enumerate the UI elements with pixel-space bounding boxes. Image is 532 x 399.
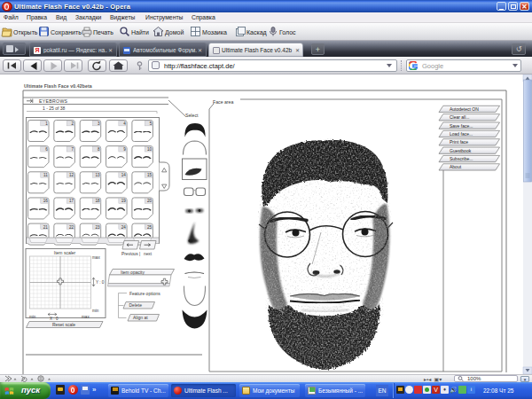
svg-text:max: max <box>82 315 90 319</box>
svg-text:Item scaler: Item scaler <box>54 250 76 255</box>
svg-text:Delete: Delete <box>129 302 143 308</box>
svg-text:21: 21 <box>43 225 49 230</box>
svg-text:Print face: Print face <box>450 139 468 145</box>
svg-text:|: | <box>139 252 140 256</box>
svg-text:1: 1 <box>45 121 48 126</box>
svg-text:3: 3 <box>98 121 100 126</box>
svg-text:Previous: Previous <box>121 252 138 256</box>
svg-text:Subscribe...: Subscribe... <box>450 156 473 161</box>
svg-text:min: min <box>92 309 99 313</box>
svg-text:20: 20 <box>147 199 153 203</box>
svg-text:17: 17 <box>69 199 74 203</box>
svg-text:16: 16 <box>43 199 49 203</box>
svg-text:Guestbook: Guestbook <box>450 148 472 153</box>
svg-text:Save face...: Save face... <box>450 123 473 129</box>
svg-text:19: 19 <box>121 199 127 203</box>
svg-text:6: 6 <box>45 147 48 152</box>
svg-text:23: 23 <box>95 225 100 230</box>
svg-text:10: 10 <box>147 147 153 152</box>
svg-text:Autodetect ON: Autodetect ON <box>450 106 479 112</box>
svg-text:Reset scale: Reset scale <box>52 322 75 327</box>
svg-text:next: next <box>144 252 153 256</box>
svg-text:18: 18 <box>95 199 100 203</box>
svg-text:max: max <box>92 255 100 260</box>
svg-text:13: 13 <box>95 173 100 177</box>
svg-text:11: 11 <box>43 173 48 177</box>
svg-text:X : 0: X : 0 <box>50 317 59 321</box>
svg-text:Clear all...: Clear all... <box>450 114 470 120</box>
svg-text:Face area: Face area <box>213 99 233 105</box>
svg-text:9: 9 <box>123 147 126 152</box>
svg-text:Feature options: Feature options <box>129 291 160 296</box>
svg-text:14: 14 <box>121 173 127 177</box>
svg-text:Item opacity: Item opacity <box>121 270 145 275</box>
svg-text:Align at: Align at <box>133 315 148 320</box>
svg-text:Y : 0: Y : 0 <box>96 280 105 285</box>
svg-text:25: 25 <box>147 225 153 230</box>
svg-text:1 - 25 of 38: 1 - 25 of 38 <box>43 106 66 111</box>
svg-text:12: 12 <box>69 173 74 177</box>
svg-text:Select: Select <box>185 113 199 118</box>
svg-text:8: 8 <box>98 147 100 152</box>
svg-text:15: 15 <box>147 173 153 177</box>
svg-text:7: 7 <box>72 147 74 152</box>
svg-text:24: 24 <box>121 225 127 230</box>
svg-text:Load face...: Load face... <box>450 131 473 137</box>
svg-text:About: About <box>450 164 462 169</box>
svg-text:2: 2 <box>72 121 74 126</box>
svg-text:4: 4 <box>123 121 126 126</box>
svg-text:Ultimate Flash Face v0.42beta: Ultimate Flash Face v0.42beta <box>24 83 92 89</box>
svg-text:EYEBROWS: EYEBROWS <box>39 98 68 104</box>
svg-text:min: min <box>29 315 36 319</box>
svg-text:5: 5 <box>150 121 153 126</box>
svg-text:22: 22 <box>69 225 74 230</box>
